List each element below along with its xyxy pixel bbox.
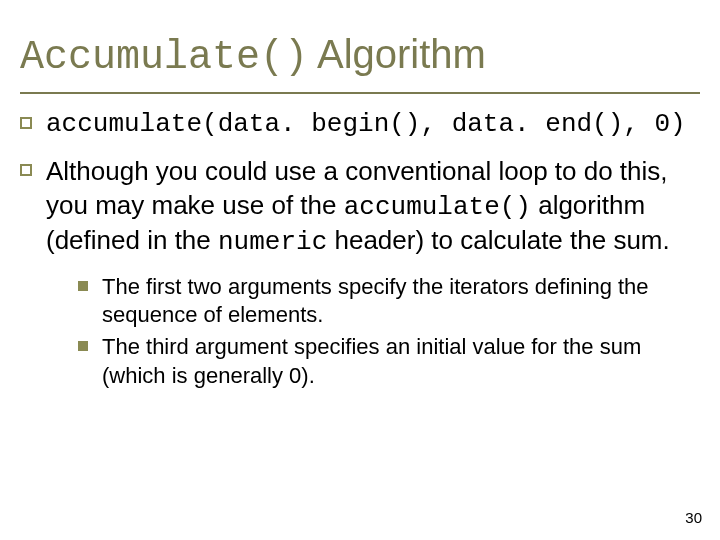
list-item: The third argument specifies an initial … [78, 333, 700, 389]
sub-bullet-text: The first two arguments specify the iter… [102, 273, 700, 329]
square-bullet-icon [20, 164, 32, 176]
slide-title: Accumulate() Algorithm [20, 32, 486, 80]
page-number: 30 [685, 509, 702, 526]
slide: Accumulate() Algorithm accumulate(data. … [0, 0, 720, 540]
list-item: Although you could use a conventional lo… [20, 155, 700, 259]
bullet-mixed-text: Although you could use a conventional lo… [46, 155, 700, 259]
text-run: header) to calculate the sum. [327, 225, 670, 255]
list-item: accumulate(data. begin(), data. end(), 0… [20, 108, 700, 141]
content-area: accumulate(data. begin(), data. end(), 0… [20, 108, 700, 394]
sub-bullet-text: The third argument specifies an initial … [102, 333, 700, 389]
filled-square-bullet-icon [78, 281, 88, 291]
bullet-code-line: accumulate(data. begin(), data. end(), 0… [46, 108, 686, 141]
square-bullet-icon [20, 117, 32, 129]
title-word: Algorithm [317, 32, 486, 76]
title-underline [20, 92, 700, 94]
inline-code: accumulate() [344, 192, 531, 222]
inline-code: numeric [218, 227, 327, 257]
sublist: The first two arguments specify the iter… [78, 273, 700, 390]
title-code: Accumulate() [20, 35, 308, 80]
filled-square-bullet-icon [78, 341, 88, 351]
list-item: The first two arguments specify the iter… [78, 273, 700, 329]
